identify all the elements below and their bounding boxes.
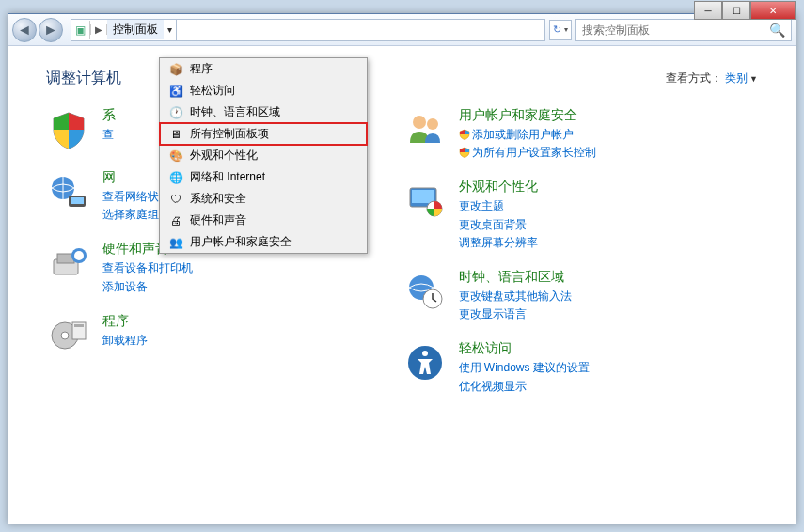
category-link[interactable]: 更改键盘或其他输入法	[459, 288, 572, 305]
svg-rect-3	[71, 197, 84, 204]
dropdown-item-icon: 👥	[167, 235, 184, 250]
dropdown-item-icon: 🌐	[167, 170, 184, 185]
control-panel-window: ─ ☐ ✕ ◄ ► ▣ ▶ 控制面板 ▾ 🔍 调整计算机 查看方式： 类别▼	[8, 13, 796, 524]
dropdown-item-label: 系统和安全	[190, 191, 246, 207]
category-link[interactable]: 查	[102, 126, 116, 144]
control-panel-icon: ▣	[71, 21, 90, 39]
svg-rect-11	[74, 324, 84, 327]
category-item: 程序 卸载程序	[46, 313, 402, 358]
category-item: 时钟、语言和区域 更改键盘或其他输入法更改显示语言	[402, 269, 759, 323]
breadcrumb[interactable]: ▣ ▶ 控制面板 ▾	[71, 19, 177, 41]
breadcrumb-dropdown-menu: 📦程序♿轻松访问🕐时钟、语言和区域🖥所有控制面板项🎨外观和个性化🌐网络和 Int…	[159, 57, 368, 254]
search-icon[interactable]: 🔍	[769, 23, 785, 38]
dropdown-item[interactable]: 🖥所有控制面板项	[160, 123, 367, 145]
window-controls: ─ ☐ ✕	[694, 1, 796, 20]
view-mode: 查看方式： 类别▼	[666, 70, 758, 86]
dropdown-item-icon: 🖥	[167, 127, 184, 142]
chevron-down-icon[interactable]: ▼	[749, 74, 758, 84]
content-area: 调整计算机 查看方式： 类别▼ 系 查 网 查看网络状态和任务选择家庭组和共享选…	[8, 46, 796, 509]
dropdown-item[interactable]: 📦程序	[160, 58, 367, 80]
dropdown-item-icon: 🕐	[167, 105, 184, 120]
svg-point-13	[427, 118, 438, 130]
category-link[interactable]: 查看设备和打印机	[102, 259, 193, 277]
svg-point-9	[61, 332, 69, 339]
users-icon	[402, 107, 448, 152]
navigation-bar: ◄ ► ▣ ▶ 控制面板 ▾ 🔍	[8, 14, 796, 46]
dropdown-item-icon: 📦	[167, 62, 184, 77]
maximize-button[interactable]: ☐	[722, 1, 750, 20]
dropdown-item-icon: 🎨	[167, 149, 184, 164]
svg-point-12	[413, 116, 426, 129]
programs-icon	[46, 313, 91, 358]
dropdown-item[interactable]: ♿轻松访问	[160, 80, 367, 102]
category-link[interactable]: 更改显示语言	[459, 305, 572, 323]
svg-rect-15	[412, 190, 434, 203]
dropdown-item-label: 所有控制面板项	[190, 126, 269, 142]
refresh-button[interactable]	[549, 20, 572, 40]
search-box[interactable]: 🔍	[575, 19, 792, 41]
address-spacer[interactable]	[177, 19, 545, 41]
ease-icon	[402, 340, 448, 385]
forward-button[interactable]: ►	[39, 18, 63, 42]
dropdown-item[interactable]: 🕐时钟、语言和区域	[160, 102, 367, 123]
shield-color-icon	[46, 107, 91, 152]
view-mode-value[interactable]: 类别	[725, 71, 748, 85]
category-title[interactable]: 程序	[102, 313, 148, 330]
dropdown-item-icon: 🛡	[167, 192, 184, 207]
category-title[interactable]: 系	[102, 107, 116, 124]
category-link[interactable]: 添加或删除用户帐户	[459, 126, 596, 144]
dropdown-item[interactable]: 🖨硬件和声音	[160, 210, 367, 231]
category-link[interactable]: 添加设备	[102, 278, 193, 296]
svg-point-7	[74, 251, 84, 260]
dropdown-item-label: 硬件和声音	[190, 212, 246, 228]
category-title[interactable]: 时钟、语言和区域	[459, 269, 572, 286]
category-grid: 系 查 网 查看网络状态和任务选择家庭组和共享选项 硬件和声音 查看设备和打印机…	[46, 107, 758, 413]
appearance-icon	[402, 179, 448, 224]
view-mode-label: 查看方式：	[666, 71, 722, 85]
dropdown-item-label: 轻松访问	[190, 83, 235, 99]
dropdown-item[interactable]: 🛡系统和安全	[160, 188, 367, 210]
breadcrumb-dropdown-icon[interactable]: ▾	[164, 24, 176, 35]
minimize-button[interactable]: ─	[694, 1, 722, 20]
hardware-icon	[46, 241, 91, 286]
category-title[interactable]: 轻松访问	[459, 340, 590, 357]
network-icon	[46, 169, 91, 214]
category-link[interactable]: 更改桌面背景	[459, 216, 538, 234]
category-title[interactable]: 用户帐户和家庭安全	[459, 107, 596, 124]
back-button[interactable]: ◄	[12, 18, 37, 42]
dropdown-item-label: 程序	[190, 61, 213, 77]
category-title[interactable]: 外观和个性化	[459, 179, 538, 196]
close-button[interactable]: ✕	[750, 1, 796, 20]
dropdown-item-icon: ♿	[167, 84, 184, 99]
dropdown-item-icon: 🖨	[167, 213, 184, 228]
dropdown-item[interactable]: 🌐网络和 Internet	[160, 166, 367, 188]
dropdown-item-label: 网络和 Internet	[190, 169, 265, 185]
dropdown-item-label: 用户帐户和家庭安全	[190, 234, 292, 250]
dropdown-item[interactable]: 🎨外观和个性化	[160, 145, 367, 166]
breadcrumb-separator[interactable]: ▶	[90, 24, 107, 35]
category-link[interactable]: 更改主题	[459, 197, 538, 215]
dropdown-item[interactable]: 👥用户帐户和家庭安全	[160, 231, 367, 253]
category-link[interactable]: 为所有用户设置家长控制	[459, 144, 596, 162]
svg-point-20	[422, 351, 428, 356]
category-item: 外观和个性化 更改主题更改桌面背景调整屏幕分辨率	[402, 179, 759, 252]
breadcrumb-current[interactable]: 控制面板	[107, 20, 164, 39]
category-link[interactable]: 调整屏幕分辨率	[459, 234, 538, 252]
category-item: 轻松访问 使用 Windows 建议的设置优化视频显示	[402, 340, 759, 395]
category-item: 用户帐户和家庭安全 添加或删除用户帐户为所有用户设置家长控制	[402, 107, 759, 162]
dropdown-item-label: 外观和个性化	[190, 148, 258, 164]
category-link[interactable]: 优化视频显示	[459, 378, 590, 396]
search-input[interactable]	[582, 23, 769, 37]
page-title: 调整计算机	[46, 69, 121, 88]
category-link[interactable]: 使用 Windows 建议的设置	[459, 359, 590, 377]
dropdown-item-label: 时钟、语言和区域	[190, 104, 280, 120]
clock-icon	[402, 269, 448, 314]
category-link[interactable]: 卸载程序	[102, 332, 148, 350]
